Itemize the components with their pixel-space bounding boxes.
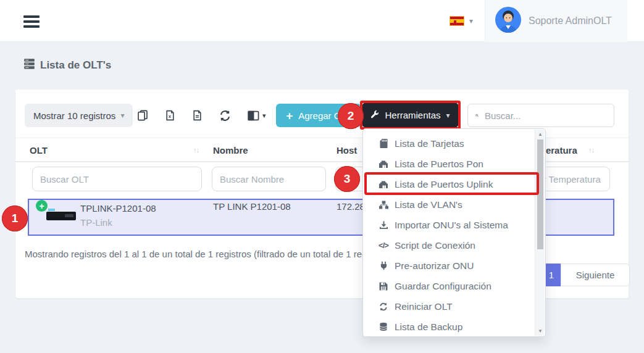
column-visibility-button[interactable]: ▾ — [248, 110, 266, 121]
menu-item-pre-autorizar-onu[interactable]: Pre-autorizar ONU — [363, 255, 535, 276]
menu-item-reiniciar-olt[interactable]: Reiniciar OLT — [363, 296, 535, 317]
pagination-next-button[interactable]: Siguiente — [561, 264, 630, 286]
chevron-down-icon: ▾ — [469, 17, 473, 25]
column-header-host[interactable]: Host — [337, 145, 357, 156]
olt-device-image — [46, 212, 76, 220]
spain-flag-icon — [450, 16, 464, 26]
page-title-text: Lista de OLT's — [40, 59, 111, 72]
search-box — [467, 104, 614, 127]
download-icon — [378, 221, 388, 230]
refresh-button[interactable] — [219, 110, 231, 122]
column-header-olt[interactable]: OLT — [30, 145, 48, 156]
scroll-up-icon[interactable]: ▲ — [535, 131, 545, 137]
chevron-down-icon: ▾ — [446, 111, 450, 120]
row-olt-id: TPLINK-P1201-08 — [80, 203, 156, 214]
step-3-badge: 3 — [334, 166, 360, 192]
step-2-highlight-box: Herramientas ▾ — [360, 101, 461, 130]
sort-icon[interactable]: ↑↓ — [193, 146, 199, 154]
step-3-highlight-box — [364, 172, 539, 195]
refresh-icon — [378, 302, 388, 311]
file-export-button[interactable] — [192, 110, 203, 121]
chevron-down-icon: ▾ — [120, 111, 124, 120]
chevron-down-icon: ▾ — [262, 112, 266, 120]
avatar — [495, 7, 521, 35]
nombre-filter-input[interactable] — [212, 167, 326, 191]
step-1-badge: 1 — [2, 206, 28, 231]
search-input[interactable] — [479, 104, 614, 127]
tools-dropdown-button[interactable]: Herramientas ▾ — [362, 103, 458, 127]
plug-icon — [378, 261, 388, 270]
database-icon — [378, 322, 388, 331]
expand-row-button[interactable]: + — [36, 200, 48, 212]
user-name: Soporte AdminOLT — [529, 15, 612, 27]
plus-icon: + — [286, 110, 293, 122]
menu-item-script-de-conexion[interactable]: </> Script de Conexión — [363, 235, 535, 255]
column-header-nombre[interactable]: Nombre — [213, 145, 248, 156]
page-title: Lista de OLT's — [23, 58, 111, 73]
menu-item-lista-de-puertos-pon[interactable]: Lista de Puertos Pon — [363, 154, 535, 174]
user-menu[interactable]: Soporte AdminOLT — [485, 0, 627, 42]
hamburger-menu-icon[interactable] — [23, 15, 40, 28]
wrench-icon — [370, 110, 379, 120]
show-entries-dropdown[interactable]: Mostrar 10 registros ▾ — [25, 104, 133, 127]
top-navbar: ▾ Soporte AdminOLT — [0, 0, 644, 42]
tools-dropdown-menu: Lista de Tarjetas Lista de Puertos Pon L… — [362, 128, 546, 337]
row-vendor: TP-Link — [80, 217, 112, 228]
copy-button[interactable] — [137, 110, 148, 121]
ports-icon — [378, 160, 388, 168]
show-entries-label: Mostrar 10 registros — [33, 110, 115, 121]
sd-card-icon — [378, 139, 388, 148]
code-icon: </> — [378, 241, 388, 250]
sort-icon[interactable]: ↑↓ — [588, 146, 594, 154]
excel-export-button[interactable]: x — [165, 110, 175, 121]
step-2-badge: 2 — [338, 103, 364, 129]
export-toolbar: x ▾ — [137, 104, 266, 127]
tools-button-label: Herramientas — [385, 110, 440, 120]
menu-item-importar-onus[interactable]: Importar ONU's al Sistema — [363, 215, 535, 235]
menu-item-lista-de-vlans[interactable]: Lista de VLAN's — [363, 194, 535, 215]
row-nombre: TP LINK P1201-08 — [213, 201, 291, 212]
save-icon — [378, 282, 388, 291]
server-stack-icon — [23, 58, 35, 73]
sitemap-icon — [378, 201, 388, 209]
language-dropdown[interactable]: ▾ — [450, 16, 473, 26]
olt-filter-input[interactable] — [32, 167, 202, 191]
menu-item-guardar-configuracion[interactable]: Guardar Configuración — [363, 276, 535, 296]
dropdown-scrollbar[interactable]: ▲ ▼ — [535, 130, 545, 336]
menu-item-lista-de-tarjetas[interactable]: Lista de Tarjetas — [363, 133, 535, 154]
scroll-down-icon[interactable]: ▼ — [535, 328, 545, 334]
menu-item-lista-de-backup[interactable]: Lista de Backup — [363, 317, 535, 337]
